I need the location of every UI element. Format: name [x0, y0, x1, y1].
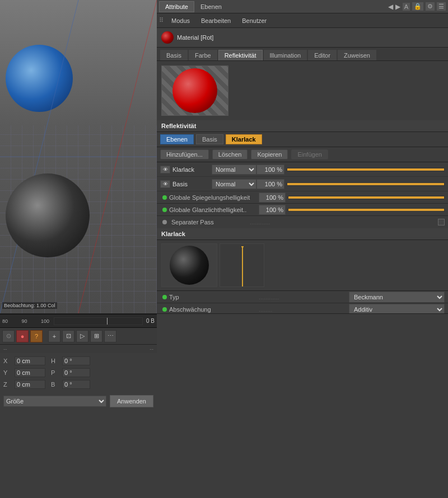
- timeline-cursor: [107, 318, 108, 325]
- toolbar-icon-3[interactable]: ⚙: [426, 2, 435, 11]
- record-btn[interactable]: ●: [16, 330, 29, 342]
- layer-percent-klarlack[interactable]: [256, 165, 284, 175]
- record-stop-btn[interactable]: ⊙: [2, 330, 15, 342]
- prop-dot-glanz[interactable]: [162, 208, 167, 212]
- arrow-left-icon[interactable]: ◀: [388, 3, 393, 11]
- reflektivitaet-title: Reflektivität: [157, 120, 448, 132]
- coord-label-y: Y: [3, 369, 15, 376]
- bearbeiten-btn[interactable]: Bearbeiten: [198, 16, 234, 25]
- arrow-right-icon[interactable]: ▶: [395, 3, 400, 11]
- size-dropdown[interactable]: Größe: [3, 396, 106, 407]
- prop-val-glanz[interactable]: [259, 205, 286, 215]
- global-glanz-row: Globale Glanzlichthelligkeit..: [157, 204, 448, 216]
- tab-editor[interactable]: Editor: [308, 50, 337, 60]
- prop-dot-sep[interactable]: [162, 220, 167, 224]
- apply-row: Größe Anwenden: [0, 393, 157, 410]
- layer-percent-basis[interactable]: [256, 179, 284, 189]
- coord-label-p: P: [51, 369, 62, 376]
- dots-btn[interactable]: ⋯: [104, 330, 116, 342]
- abschwachung-dots: ........: [259, 306, 349, 313]
- abschwachung-dropdown[interactable]: Additiv: [349, 304, 445, 314]
- prop-dot-abschwachung[interactable]: [162, 307, 167, 312]
- prop-val-spiegelung[interactable]: [259, 192, 286, 203]
- tick-90: 90: [22, 318, 27, 324]
- preview-area: [157, 61, 448, 120]
- toolbar-icon-4[interactable]: ☰: [437, 2, 446, 11]
- loeschen-btn[interactable]: Löschen: [212, 149, 248, 159]
- layer-row-klarlack: 👁 Klarlack Normal: [157, 162, 448, 177]
- viewport[interactable]: Beobachtung: 1.00 Col: [0, 0, 157, 313]
- typ-dots: ............: [259, 294, 349, 300]
- einfuegen-btn[interactable]: Einfügen: [291, 149, 328, 159]
- toolbar-icon-2[interactable]: 🔒: [412, 2, 423, 11]
- coord-row-z: Z B: [3, 379, 153, 390]
- layer-eye-klarlack[interactable]: 👁: [160, 166, 170, 173]
- record2-btn[interactable]: ⊡: [62, 330, 74, 342]
- layer-mode-basis[interactable]: Normal: [212, 179, 256, 189]
- coord-row-y: Y P: [3, 367, 153, 378]
- bottom-left: 80 90 100 0 B ⊙ ● ? + ⊡ ▷ ⊞ ⋯: [0, 313, 157, 498]
- coord-input-y[interactable]: [15, 368, 45, 377]
- sep-pass-label: Separater Pass: [171, 219, 250, 225]
- refl-tabs: Ebenen Basis Klarlack: [157, 132, 448, 147]
- tab-farbe[interactable]: Farbe: [189, 50, 217, 60]
- coord-label-z: Z: [3, 381, 15, 388]
- timeline: 80 90 100 0 B: [0, 314, 157, 327]
- refl-tab-ebenen[interactable]: Ebenen: [160, 134, 194, 144]
- tab-reflektivitaet[interactable]: Reflektivität: [218, 50, 263, 60]
- toolbar: ⠿ Modus Bearbeiten Benutzer: [157, 13, 448, 28]
- layer-row-basis: 👁 Basis Normal: [157, 177, 448, 191]
- tick-80: 80: [2, 318, 8, 324]
- material-nav-tabs: Basis Farbe Reflektivität Illumination E…: [157, 48, 448, 61]
- apply-btn[interactable]: Anwenden: [110, 395, 153, 407]
- benutzer-btn[interactable]: Benutzer: [239, 16, 270, 25]
- hinzufuegen-btn[interactable]: Hinzufügen...: [160, 149, 209, 159]
- modus-btn[interactable]: Modus: [168, 16, 193, 25]
- grid-btn[interactable]: ⊞: [90, 330, 102, 342]
- kopieren-btn[interactable]: Kopieren: [251, 149, 288, 159]
- tab-basis[interactable]: Basis: [160, 50, 188, 60]
- typ-dropdown[interactable]: Beckmann: [349, 292, 445, 303]
- add-key-btn[interactable]: +: [48, 330, 60, 342]
- timeline-numbers: 80 90 100: [2, 318, 49, 324]
- tab-ebenen[interactable]: Ebenen: [194, 1, 228, 12]
- dark-sphere: [6, 173, 90, 257]
- prop-dot-typ[interactable]: [162, 295, 167, 299]
- sep-pass-dots: ............: [250, 219, 435, 225]
- layer-name-klarlack: Klarlack: [172, 166, 212, 173]
- coord-input-b[interactable]: [62, 380, 90, 389]
- frame-counter: 0 B: [146, 318, 155, 324]
- refl-tab-basis[interactable]: Basis: [196, 134, 223, 144]
- layer-name-basis: Basis: [172, 181, 212, 187]
- layer-eye-basis[interactable]: 👁: [160, 180, 170, 188]
- toolbar-drag-handle: ⠿: [159, 17, 164, 24]
- coords-panel: X H Y P Z B: [0, 353, 157, 393]
- klarlack-sphere-inner: [170, 246, 209, 285]
- coord-input-x[interactable]: [15, 356, 45, 365]
- abschwachung-row: Abschwächung ........ Additiv: [157, 303, 448, 313]
- refl-tab-klarlack[interactable]: Klarlack: [226, 134, 262, 144]
- tick-100: 100: [41, 318, 49, 324]
- material-header: Material [Rot]: [157, 28, 448, 48]
- material-sphere-preview: [161, 31, 174, 44]
- tab-attribute[interactable]: Attribute: [159, 1, 194, 12]
- play-btn[interactable]: ▷: [76, 330, 88, 342]
- help-btn[interactable]: ?: [30, 330, 43, 342]
- toolbar-icon-1[interactable]: A: [403, 3, 410, 11]
- tab-zuweisen[interactable]: Zuweisen: [338, 50, 376, 60]
- viewport-label: Beobachtung: 1.00 Col: [2, 302, 57, 309]
- klarlack-previews: [157, 240, 448, 291]
- coord-input-z[interactable]: [15, 380, 45, 389]
- coord-input-h[interactable]: [62, 356, 90, 365]
- tab-illumination[interactable]: Illumination: [264, 50, 307, 60]
- timeline-track[interactable]: [54, 317, 143, 325]
- dots-left: --: [3, 346, 78, 352]
- material-title: Material [Rot]: [177, 34, 213, 41]
- coord-label-b: B: [51, 381, 62, 388]
- top-tab-bar: Attribute Ebenen ◀ ▶ A 🔒 ⚙ ☰: [157, 0, 448, 13]
- layer-mode-klarlack[interactable]: Normal: [212, 165, 256, 175]
- preview-sphere: [172, 68, 217, 113]
- prop-dot-spiegelung[interactable]: [162, 195, 167, 200]
- coord-input-p[interactable]: [62, 368, 90, 377]
- sep-pass-checkbox[interactable]: [438, 219, 445, 225]
